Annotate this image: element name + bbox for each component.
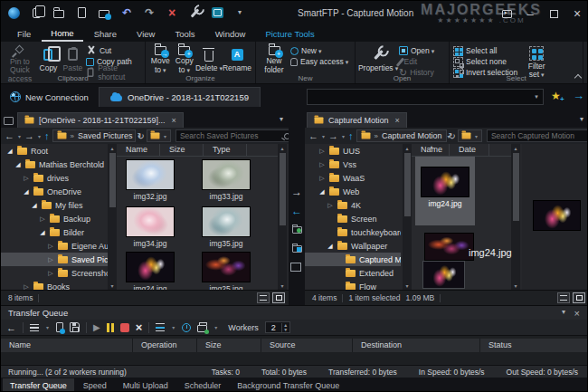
queue-start-button[interactable] xyxy=(93,321,100,334)
queue-view-button[interactable] xyxy=(156,321,165,334)
tab-multi-upload[interactable]: Multi Upload xyxy=(116,378,175,392)
tree-item-captured-motion[interactable]: Captured Motion xyxy=(305,253,401,266)
properties-button[interactable]: Properties xyxy=(359,43,397,74)
back-button[interactable]: ← xyxy=(308,131,319,141)
window-style-button[interactable] xyxy=(497,4,517,24)
file-item[interactable]: img35.jpg xyxy=(202,206,251,248)
tab-picture-tools[interactable]: Picture Tools xyxy=(256,27,323,41)
tree-item-web[interactable]: Web xyxy=(305,185,401,198)
tree-item-backup[interactable]: Backup xyxy=(1,212,108,225)
tree-item-books[interactable]: Books xyxy=(1,280,108,290)
expander-icon[interactable] xyxy=(23,188,30,196)
move-to-button[interactable]: Move to xyxy=(149,43,172,74)
expander-icon[interactable] xyxy=(23,283,30,291)
tree-item-vss[interactable]: Vss xyxy=(305,158,401,171)
thumbnails-view-button[interactable] xyxy=(272,292,285,303)
expander-icon[interactable] xyxy=(39,215,46,223)
right-tree-scrollbar[interactable]: ▴ ▾ xyxy=(403,144,412,290)
expander-icon[interactable] xyxy=(31,202,38,209)
expander-icon[interactable] xyxy=(23,175,30,182)
left-breadcrumb[interactable]: » Saved Pictures ▾ xyxy=(52,129,136,142)
tab-share[interactable]: Share xyxy=(85,27,126,41)
queue-schedule-button[interactable] xyxy=(182,321,191,334)
select-all-button[interactable]: Select all xyxy=(453,46,517,55)
cut-button[interactable]: Cut xyxy=(86,46,141,55)
workers-stepper[interactable]: 2 ▲▼ xyxy=(265,321,290,333)
queue-column-destination[interactable]: Destination xyxy=(353,339,479,352)
queue-remove-button[interactable] xyxy=(136,321,143,334)
forward-history-caret[interactable]: ▾ xyxy=(341,133,346,139)
address-dropdown-caret[interactable]: ▾ xyxy=(530,93,543,100)
tree-item-screen[interactable]: Screen xyxy=(305,212,401,225)
details-view-button[interactable] xyxy=(557,292,570,303)
new-folder-button[interactable]: New folder xyxy=(260,43,289,74)
queue-column-status[interactable]: Status xyxy=(480,339,588,352)
queue-column-operation[interactable]: Operation xyxy=(133,339,196,352)
expander-icon[interactable] xyxy=(39,229,46,236)
panel-close-icon[interactable]: × xyxy=(574,308,580,319)
pane-window-icon[interactable] xyxy=(4,117,14,125)
sync-folders-button[interactable] xyxy=(290,243,303,255)
tree-item-extended[interactable]: Extended xyxy=(305,266,401,280)
queue-pause-button[interactable] xyxy=(107,321,114,334)
tab-home[interactable]: Home xyxy=(42,26,82,42)
address-input[interactable] xyxy=(308,92,530,101)
back-button[interactable]: ← xyxy=(4,131,15,141)
qat-tools-button[interactable] xyxy=(187,5,202,20)
file-item[interactable]: img24.jpg xyxy=(126,252,175,290)
refresh-icon[interactable] xyxy=(449,131,456,141)
transfer-left-button[interactable] xyxy=(290,205,303,217)
right-list-scrollbar[interactable]: ▴ ▾ xyxy=(511,144,520,290)
tree-item-wallpaper[interactable]: Wallpaper xyxy=(305,239,401,253)
scrollbar-thumb[interactable] xyxy=(404,153,411,216)
media-view-button[interactable]: ▾ xyxy=(458,129,482,142)
connection-tab-onedrive[interactable]: OneDrive - 2018-11-21T022159 xyxy=(99,87,261,107)
thumbnails-view-button[interactable] xyxy=(573,292,585,303)
file-item[interactable]: img25.jpg xyxy=(202,252,251,290)
qat-picture-button[interactable] xyxy=(210,5,224,20)
qat-delete-button[interactable] xyxy=(165,5,179,20)
maximize-button[interactable] xyxy=(544,4,564,24)
selected-file-item[interactable]: img24.jpg xyxy=(415,157,475,225)
expander-icon[interactable] xyxy=(47,270,54,277)
queue-view-caret[interactable]: ▾ xyxy=(171,324,175,330)
queue-upload-button[interactable] xyxy=(197,321,207,334)
forward-button[interactable]: → xyxy=(24,131,35,141)
right-search-input[interactable] xyxy=(488,131,588,140)
up-button[interactable]: ↑ xyxy=(347,131,355,141)
tree-item-saved-pictures[interactable]: Saved Pictures xyxy=(1,253,108,266)
rename-button[interactable]: Rename xyxy=(223,43,251,74)
new-item-button[interactable]: New xyxy=(290,46,348,55)
left-list-scrollbar[interactable]: ▴ ▾ xyxy=(278,144,287,290)
tab-transfer-queue[interactable]: Transfer Queue xyxy=(3,378,74,392)
tab-view[interactable]: View xyxy=(128,27,164,41)
tab-window[interactable]: Window xyxy=(206,27,255,41)
queue-new-button[interactable] xyxy=(56,321,63,334)
expander-icon[interactable] xyxy=(318,175,326,182)
copy-to-button[interactable]: Copy to xyxy=(174,43,196,74)
add-favorite-icon[interactable]: ★ xyxy=(551,90,561,102)
queue-stop-button[interactable] xyxy=(120,321,129,334)
file-item[interactable]: img33.jpg xyxy=(202,159,251,201)
expander-icon[interactable] xyxy=(14,161,22,168)
tab-file[interactable]: File xyxy=(8,27,40,41)
tab-background-transfer-queue[interactable]: Background Transfer Queue xyxy=(230,378,346,392)
easy-access-button[interactable]: Easy access xyxy=(290,57,348,66)
undo-button[interactable] xyxy=(119,5,134,20)
expander-icon[interactable] xyxy=(47,256,54,263)
collapse-ribbon-chevron[interactable] xyxy=(574,72,582,80)
tree-item-waas[interactable]: WaaS xyxy=(305,171,401,185)
media-view-button[interactable]: ▾ xyxy=(147,129,171,142)
queue-upload-caret[interactable]: ▾ xyxy=(213,324,218,330)
back-history-caret[interactable]: ▾ xyxy=(17,133,22,139)
filter-set-button[interactable]: Filter set xyxy=(519,43,554,74)
queue-column-size[interactable]: Size xyxy=(197,339,261,352)
tree-item-screenshots[interactable]: Screenshots xyxy=(1,266,108,280)
mirror-folders-button[interactable] xyxy=(290,262,303,274)
right-breadcrumb[interactable]: » Captured Motion ▾ xyxy=(356,129,447,142)
tree-item-uus[interactable]: UUS xyxy=(305,144,401,158)
expander-icon[interactable] xyxy=(318,161,326,168)
queue-column-name[interactable]: Name xyxy=(1,339,132,352)
file-item[interactable]: img34.jpg xyxy=(126,206,175,248)
tree-item-mathias-berchtold[interactable]: Mathias Berchtold xyxy=(1,158,108,171)
